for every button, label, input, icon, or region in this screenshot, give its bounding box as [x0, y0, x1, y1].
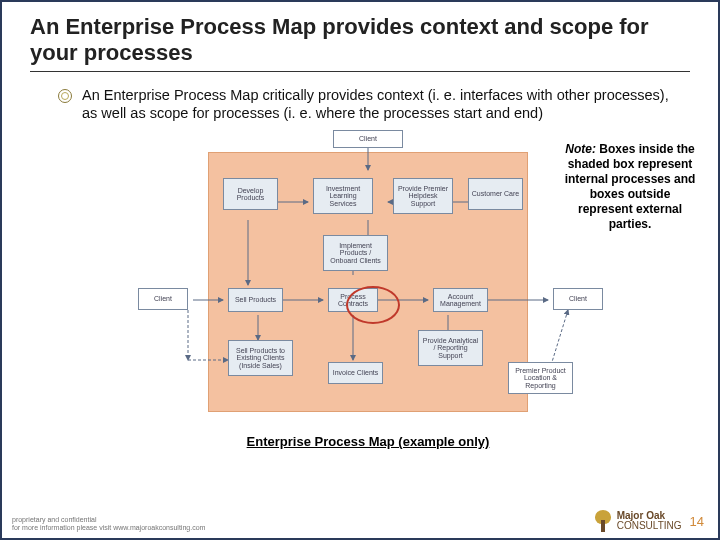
tree-icon [593, 510, 613, 532]
process-map-diagram: Client Develop Products Investment Learn… [128, 130, 608, 430]
box-sell-products: Sell Products [228, 288, 283, 312]
logo-text-bottom: CONSULTING [617, 521, 682, 531]
box-process-contracts: Process Contracts [328, 288, 378, 312]
box-develop-products: Develop Products [223, 178, 278, 210]
box-analytical-reporting: Provide Analytical / Reporting Support [418, 330, 483, 366]
page-number: 14 [690, 514, 704, 529]
box-client-right: Client [553, 288, 603, 310]
box-account-mgmt: Account Management [433, 288, 488, 312]
box-implement-products: Implement Products / Onboard Clients [323, 235, 388, 271]
bullet-item: An Enterprise Process Map critically pro… [58, 86, 678, 122]
box-investment-learning: Investment Learning Services [313, 178, 373, 214]
bullet-icon [58, 89, 72, 103]
box-client-left: Client [138, 288, 188, 310]
logo: Major Oak CONSULTING [593, 510, 682, 532]
footer-line2: for more information please visit www.ma… [12, 524, 205, 532]
box-sell-existing: Sell Products to Existing Clients (Insid… [228, 340, 293, 376]
box-provide-premier: Provide Premier Helpdesk Support [393, 178, 453, 214]
box-client-top: Client [333, 130, 403, 148]
footer: proprietary and confidential for more in… [2, 510, 718, 534]
footer-line1: proprietary and confidential [12, 516, 205, 524]
bullet-text: An Enterprise Process Map critically pro… [82, 86, 678, 122]
footer-disclaimer: proprietary and confidential for more in… [12, 516, 205, 532]
diagram-caption: Enterprise Process Map (example only) [58, 434, 678, 449]
box-customer-care: Customer Care [468, 178, 523, 210]
box-invoice-clients: Invoice Clients [328, 362, 383, 384]
box-premier-loyalty: Premier Product Location & Reporting [508, 362, 573, 394]
page-title: An Enterprise Process Map provides conte… [30, 14, 690, 72]
